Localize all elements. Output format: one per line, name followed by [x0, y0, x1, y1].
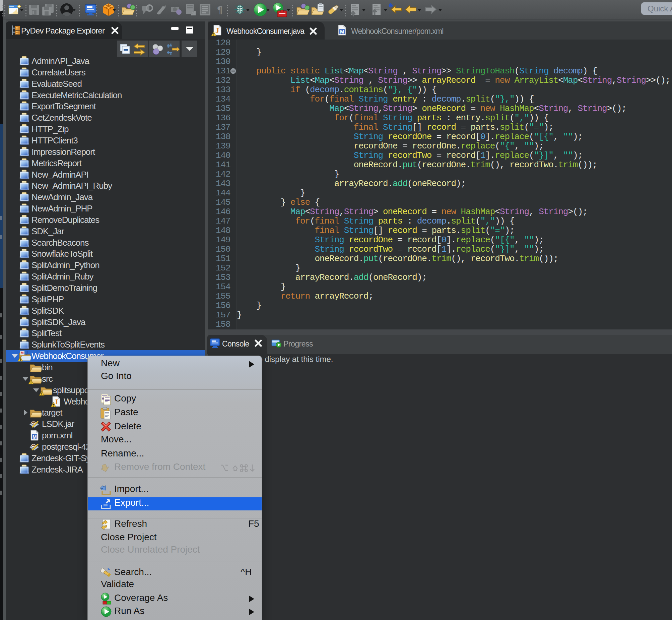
- svg-text:¶: ¶: [217, 4, 222, 15]
